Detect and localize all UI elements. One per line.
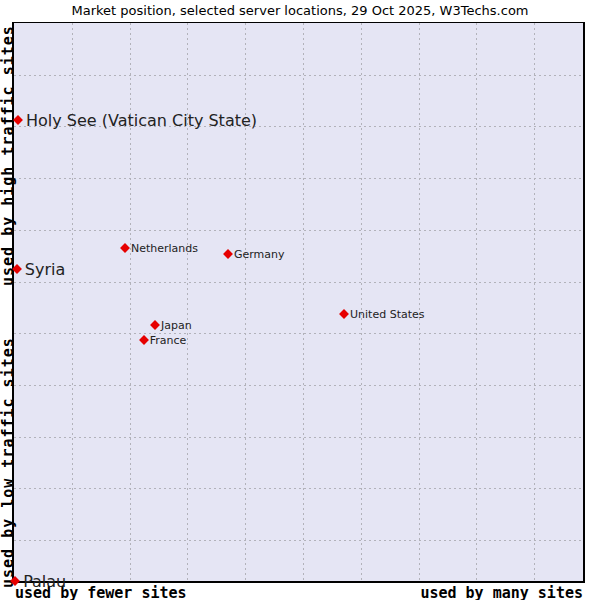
data-point-label: Syria	[25, 260, 65, 279]
y-axis-label-low-traffic: used by low traffic sites	[0, 336, 17, 588]
chart-title: Market position, selected server locatio…	[0, 3, 600, 18]
gridline-horizontal	[14, 75, 583, 76]
data-point-marker	[223, 249, 233, 259]
gridline-vertical	[72, 23, 73, 581]
x-axis-label-many-sites: used by many sites	[420, 584, 583, 600]
gridline-horizontal	[14, 437, 583, 438]
data-point-label: Japan	[161, 319, 192, 332]
data-point-label: Germany	[234, 248, 285, 261]
gridline-vertical	[245, 23, 246, 581]
gridline-vertical	[361, 23, 362, 581]
plot-area: Holy See (Vatican City State)Netherlands…	[12, 22, 585, 583]
y-axis-label-high-traffic: used by high traffic sites	[0, 24, 17, 286]
data-point-label: France	[150, 334, 187, 347]
gridline-horizontal	[14, 540, 583, 541]
data-point-marker	[139, 335, 149, 345]
data-point-label: Netherlands	[131, 242, 198, 255]
data-point-label: Holy See (Vatican City State)	[26, 111, 257, 130]
gridline-vertical	[534, 23, 535, 581]
gridline-vertical	[303, 23, 304, 581]
data-point-label: United States	[350, 308, 425, 321]
gridline-horizontal	[14, 282, 583, 283]
gridline-vertical	[130, 23, 131, 581]
gridline-horizontal	[14, 488, 583, 489]
data-point-marker	[120, 243, 130, 253]
gridline-vertical	[419, 23, 420, 581]
data-point-marker	[339, 309, 349, 319]
gridline-horizontal	[14, 178, 583, 179]
gridline-horizontal	[14, 333, 583, 334]
gridline-vertical	[476, 23, 477, 581]
gridline-horizontal	[14, 385, 583, 386]
gridline-vertical	[187, 23, 188, 581]
gridline-horizontal	[14, 230, 583, 231]
data-point-label: Palau	[23, 572, 66, 591]
data-point-marker	[150, 320, 160, 330]
chart-page: { "title": "Market position, selected se…	[0, 0, 600, 600]
